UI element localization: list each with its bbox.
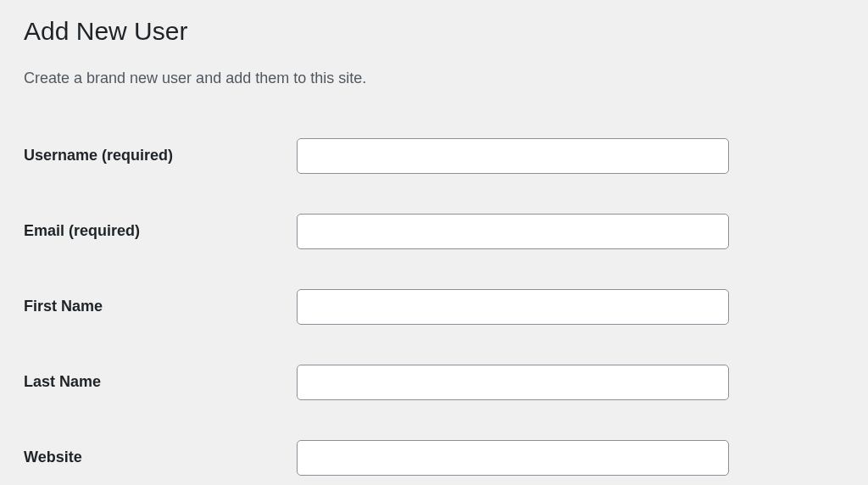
- form-row-website: Website: [24, 420, 844, 485]
- last-name-input[interactable]: [297, 365, 729, 400]
- form-row-last-name: Last Name: [24, 344, 844, 420]
- form-row-first-name: First Name: [24, 269, 844, 344]
- email-label: Email (required): [24, 222, 140, 239]
- first-name-input[interactable]: [297, 289, 729, 325]
- form-row-email: Email (required): [24, 193, 844, 269]
- page-description: Create a brand new user and add them to …: [24, 70, 844, 87]
- website-label: Website: [24, 449, 82, 465]
- username-input[interactable]: [297, 138, 729, 174]
- page-title: Add New User: [24, 17, 844, 46]
- form-row-username: Username (required): [24, 118, 844, 193]
- last-name-label: Last Name: [24, 373, 101, 390]
- add-user-form: Username (required) Email (required) Fir…: [24, 118, 844, 485]
- first-name-label: First Name: [24, 298, 103, 315]
- email-input[interactable]: [297, 214, 729, 249]
- username-label: Username (required): [24, 147, 173, 164]
- website-input[interactable]: [297, 440, 729, 476]
